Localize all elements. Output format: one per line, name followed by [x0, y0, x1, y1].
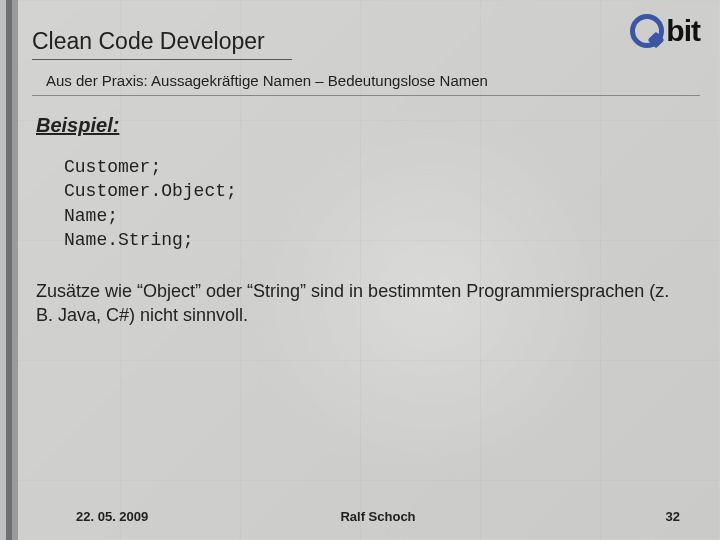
qbit-logo: bit: [630, 14, 700, 48]
footer-date: 22. 05. 2009: [76, 509, 277, 524]
body-text: Zusätze wie “Object” oder “String” sind …: [36, 280, 676, 327]
left-stripe-decoration: [0, 0, 18, 540]
footer-page-number: 32: [479, 509, 680, 524]
logo-q-icon: [630, 14, 664, 48]
slide-subtitle: Aus der Praxis: Aussagekräftige Namen – …: [32, 68, 700, 96]
example-label: Beispiel:: [36, 114, 690, 137]
logo-text: bit: [666, 14, 700, 48]
slide-footer: 22. 05. 2009 Ralf Schoch 32: [36, 509, 720, 524]
slide-header: Clean Code Developer bit: [18, 0, 720, 62]
slide-content: Beispiel: Customer; Customer.Object; Nam…: [18, 96, 720, 327]
code-block: Customer; Customer.Object; Name; Name.St…: [64, 155, 690, 252]
slide-title: Clean Code Developer: [32, 28, 292, 60]
footer-author: Ralf Schoch: [277, 509, 478, 524]
slide-container: Clean Code Developer bit Aus der Praxis:…: [18, 0, 720, 540]
